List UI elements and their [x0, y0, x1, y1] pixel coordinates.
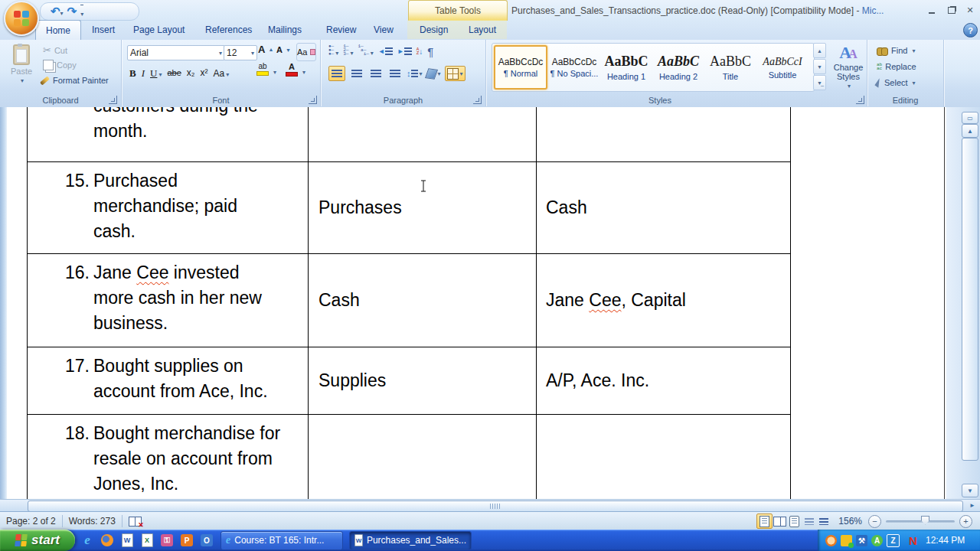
align-right-button[interactable] — [368, 67, 384, 80]
replace-button[interactable]: ab ac Replace — [877, 62, 916, 71]
superscript-button[interactable]: x² — [200, 68, 207, 77]
style-heading2[interactable]: AaBbC Heading 2 — [653, 47, 704, 88]
close-button[interactable]: ✕ — [962, 5, 978, 16]
bold-button[interactable]: B — [129, 68, 136, 78]
style-title[interactable]: AaBbC Title — [705, 47, 756, 88]
zoom-slider[interactable] — [886, 520, 955, 523]
scroll-up-button[interactable]: ▲ — [962, 124, 978, 138]
tab-references[interactable]: References — [198, 20, 260, 39]
zoom-slider-marker[interactable] — [921, 516, 929, 525]
line-spacing-button[interactable]: ↕▾ — [407, 69, 423, 78]
zoom-in-button[interactable]: + — [959, 515, 972, 528]
excel-icon[interactable]: X — [139, 533, 155, 548]
powerpoint-icon[interactable]: P — [179, 533, 194, 548]
copy-button[interactable]: Copy — [43, 60, 77, 70]
underline-button[interactable]: U▾ — [150, 66, 162, 80]
select-button[interactable]: Select ▾ — [877, 78, 916, 87]
print-layout-view-button[interactable] — [756, 514, 773, 529]
internet-explorer-icon[interactable]: e — [80, 533, 95, 548]
office-button[interactable] — [4, 1, 39, 36]
novell-tray-icon[interactable]: N — [907, 535, 919, 546]
font-color-button[interactable]: A — [286, 63, 298, 77]
highlight-button[interactable]: ab — [256, 63, 269, 76]
horizontal-scroll-thumb[interactable] — [28, 500, 963, 512]
italic-button[interactable]: I — [142, 68, 145, 78]
zinio-tray-icon[interactable]: Z — [887, 534, 900, 547]
increase-indent-button[interactable]: ► — [397, 47, 412, 56]
clipboard-dialog-launcher[interactable] — [109, 96, 117, 104]
start-button[interactable]: start — [0, 530, 75, 551]
style-subtitle[interactable]: AaBbCcI Subtitle — [757, 47, 808, 88]
messenger-tray-icon[interactable] — [825, 535, 837, 546]
qat-customize-button[interactable]: ▾ — [80, 5, 83, 19]
tools-tray-icon[interactable]: ⚒ — [856, 535, 867, 546]
style-no-spacing[interactable]: AaBbCcDc ¶ No Spaci... — [549, 47, 599, 88]
scroll-right-button[interactable]: ► — [966, 500, 978, 510]
minimize-button[interactable] — [923, 5, 940, 16]
font-color-caret-button[interactable]: ▾ — [301, 69, 305, 76]
bullets-button[interactable]: ●— ●— ●—▾ — [328, 44, 338, 58]
decrease-indent-button[interactable]: ◄ — [378, 47, 393, 56]
tab-home[interactable]: Home — [35, 20, 81, 40]
shrink-font-button[interactable]: A▼ — [276, 46, 291, 54]
firefox-icon[interactable] — [100, 533, 115, 548]
security-shield-tray-icon[interactable] — [841, 535, 852, 546]
numbering-button[interactable]: 1— 2— 3—▾ — [343, 44, 353, 58]
zoom-out-button[interactable]: − — [868, 515, 881, 528]
font-size-combo[interactable]: 12 ▾ — [224, 45, 257, 60]
tab-review[interactable]: Review — [318, 20, 364, 39]
multilevel-list-button[interactable]: 1— a— i—▾ — [358, 44, 373, 58]
horizontal-scrollbar[interactable]: ► — [0, 499, 980, 512]
styles-scroll-down-button[interactable]: ▼ — [813, 59, 826, 74]
help-button[interactable]: ? — [963, 23, 978, 37]
styles-dialog-launcher[interactable] — [856, 96, 864, 104]
justify-button[interactable] — [387, 67, 403, 80]
tab-page-layout[interactable]: Page Layout — [126, 20, 192, 39]
vertical-scrollbar[interactable]: ▭ ▲ ▼ — [946, 107, 980, 499]
taskbar-clock[interactable]: 12:44 PM — [926, 535, 965, 546]
access-icon[interactable]: ⚿ — [159, 533, 175, 548]
format-painter-button[interactable]: Format Painter — [40, 76, 109, 85]
tab-view[interactable]: View — [366, 20, 401, 39]
tab-insert[interactable]: Insert — [84, 20, 122, 39]
sort-button[interactable]: A Z↓ — [416, 47, 423, 56]
word-count[interactable]: Words: 273 — [69, 516, 116, 527]
scroll-down-button[interactable]: ▼ — [962, 484, 978, 497]
fullscreen-reading-view-button[interactable] — [773, 514, 787, 528]
subscript-button[interactable]: x₂ — [187, 68, 195, 77]
paragraph-dialog-launcher[interactable] — [473, 96, 482, 104]
antivirus-tray-icon[interactable]: A — [871, 535, 883, 546]
tab-mailings[interactable]: Mailings — [260, 20, 309, 39]
shading-button[interactable]: ▾ — [426, 69, 441, 79]
vertical-scroll-thumb[interactable] — [962, 138, 978, 461]
styles-scroll-up-button[interactable]: ▲ — [813, 43, 826, 58]
change-case-button[interactable]: Aa▾ — [213, 66, 229, 80]
taskbar-task-word[interactable]: W Purchases_and_Sales... — [349, 531, 472, 550]
ruler-toggle-button[interactable]: ▭ — [962, 112, 978, 124]
align-center-button[interactable] — [349, 67, 364, 80]
restore-button[interactable] — [943, 5, 960, 16]
redo-button[interactable]: ↷ — [67, 5, 77, 18]
page-indicator[interactable]: Page: 2 of 2 — [6, 516, 56, 527]
web-layout-view-button[interactable] — [787, 514, 802, 528]
document-page[interactable]: customers during the month. 15. Purchase… — [0, 107, 980, 499]
outline-view-button[interactable] — [802, 514, 816, 528]
paste-button[interactable]: Paste ▾ — [6, 44, 37, 84]
find-button[interactable]: Find ▾ — [877, 46, 915, 55]
tab-design[interactable]: Design — [412, 20, 456, 39]
font-dialog-launcher[interactable] — [309, 96, 317, 104]
clear-formatting-button[interactable]: Aa — [296, 43, 316, 61]
align-left-button[interactable] — [328, 66, 345, 81]
style-heading1[interactable]: AaBbC Heading 1 — [601, 47, 652, 88]
style-normal[interactable]: AaBbCcDc ¶ Normal — [494, 45, 547, 90]
borders-button[interactable]: ▾ — [445, 66, 466, 81]
outlook-icon[interactable]: O — [199, 533, 214, 548]
draft-view-button[interactable] — [816, 514, 831, 528]
undo-button[interactable]: ↶▾ — [51, 5, 64, 18]
taskbar-task-browser[interactable]: e Course: BT 165: Intr... — [220, 531, 343, 550]
cut-button[interactable]: ✂ Cut — [43, 45, 67, 55]
font-family-combo[interactable]: Arial ▾ — [127, 45, 225, 60]
strikethrough-button[interactable]: abe — [167, 69, 181, 77]
change-styles-button[interactable]: AA Change Styles ▾ — [832, 44, 864, 90]
word-icon[interactable]: W — [119, 533, 135, 548]
